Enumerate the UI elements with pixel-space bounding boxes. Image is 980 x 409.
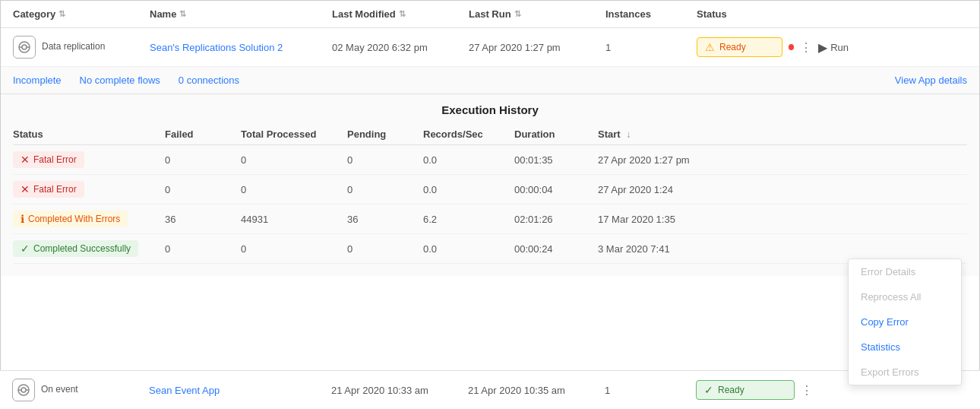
row1-name-link[interactable]: Sean's Replications Solution 2 (150, 42, 283, 53)
run-button[interactable]: ▶ Run (818, 40, 849, 55)
status-badge-fatal-2: ✕ Fatal Error (13, 181, 84, 198)
exec-row3-pending: 36 (347, 214, 423, 225)
exec-col-header-pending: Pending (347, 128, 423, 140)
exec-col-header-failed: Failed (165, 128, 241, 140)
category-icon-2 (12, 379, 35, 401)
context-menu-item-error-details: Error Details (849, 259, 961, 284)
exec-col-header-rps: Records/Sec (423, 128, 514, 140)
row2-category-label: On event (41, 384, 78, 396)
row2-lastmod: 21 Apr 2020 10:33 am (331, 385, 428, 396)
sort-icon-lastrun[interactable]: ⇅ (514, 9, 521, 19)
sort-down-icon[interactable]: ↓ (626, 129, 631, 140)
row1-more-button[interactable]: ⋮ (800, 40, 812, 55)
exec-table-row: ✓ Completed Successfully 0 0 0 0.0 00:00… (13, 234, 967, 264)
col-header-name: Name ⇅ (150, 8, 332, 20)
category-label: Data replication (42, 41, 105, 53)
sort-icon-category[interactable]: ⇅ (58, 9, 65, 19)
exec-table-row: ℹ Completed With Errors 36 44931 36 6.2 … (13, 204, 967, 234)
exec-row4-duration: 00:00:24 (514, 243, 598, 255)
exec-row4-start: 3 Mar 2020 7:41 (598, 243, 750, 255)
status-badge-fatal-1: ✕ Fatal Error (13, 151, 84, 168)
row1-instances: 1 (605, 42, 611, 53)
exec-col-header-status: Status (13, 128, 165, 140)
row2-lastrun: 21 Apr 2020 10:35 am (468, 385, 565, 396)
exec-table-row: ✕ Fatal Error 0 0 0 0.0 00:00:04 27 Apr … (13, 175, 967, 204)
status-badge-success: ✓ Completed Successfully (13, 240, 138, 257)
context-menu-item-statistics[interactable]: Statistics (849, 334, 961, 360)
exec-row1-rps: 0.0 (423, 154, 514, 166)
exec-col-header-start: Start ↓ (598, 128, 750, 140)
exec-row3-rps: 6.2 (423, 214, 514, 225)
table-row-1: Data replication Sean's Replications Sol… (1, 28, 979, 67)
row2-instances: 1 (605, 385, 610, 396)
exec-row4-rps: 0.0 (423, 243, 514, 255)
exec-row3-duration: 02:01:26 (514, 214, 598, 225)
tabs-row: Incomplete No complete flows 0 connectio… (1, 67, 979, 94)
exec-col-header-total: Total Processed (241, 128, 347, 140)
exec-row1-pending: 0 (347, 154, 423, 166)
exec-row4-pending: 0 (347, 243, 423, 255)
exec-row3-total: 44931 (241, 214, 347, 225)
exec-row1-duration: 00:01:35 (514, 154, 598, 166)
table-row-2: On event Sean Event App 21 Apr 2020 10:3… (0, 370, 980, 409)
exec-row4-failed: 0 (165, 243, 241, 255)
check-icon: ✓ (704, 384, 713, 396)
exec-history-title: Execution History (13, 94, 967, 124)
row1-lastrun: 27 Apr 2020 1:27 pm (469, 42, 561, 53)
exec-table-row: ✕ Fatal Error 0 0 0 0.0 00:01:35 27 Apr … (13, 145, 967, 175)
exec-row1-start: 27 Apr 2020 1:27 pm (598, 154, 750, 166)
exec-row2-rps: 0.0 (423, 184, 514, 195)
exec-row3-start: 17 Mar 2020 1:35 (598, 214, 750, 225)
col-header-status: Status (697, 8, 849, 20)
status-dot (789, 44, 794, 50)
col-header-category: Category ⇅ (13, 8, 150, 20)
exec-row3-failed: 36 (165, 214, 241, 225)
exec-col-header-duration: Duration (514, 128, 598, 140)
status-badge-ready: ⚠ Ready (697, 37, 782, 57)
sort-icon-name[interactable]: ⇅ (179, 9, 186, 19)
view-app-link[interactable]: View App details (895, 75, 967, 86)
tab-incomplete[interactable]: Incomplete (13, 73, 62, 87)
row1-lastmod: 02 May 2020 6:32 pm (332, 42, 428, 53)
warning-badge-icon: ℹ (21, 213, 24, 225)
status-badge-ready-green: ✓ Ready (696, 380, 795, 400)
tab-connections[interactable]: 0 connections (179, 73, 239, 87)
fatal-icon-1: ✕ (21, 154, 30, 166)
tab-no-complete[interactable]: No complete flows (80, 73, 160, 87)
exec-row1-total: 0 (241, 154, 347, 166)
col-header-lastmod: Last Modified ⇅ (332, 8, 469, 20)
exec-row2-start: 27 Apr 2020 1:24 (598, 184, 750, 195)
exec-row4-total: 0 (241, 243, 347, 255)
status-badge-errors: ℹ Completed With Errors (13, 211, 128, 227)
exec-row2-failed: 0 (165, 184, 241, 195)
sort-icon-lastmod[interactable]: ⇅ (399, 9, 406, 19)
exec-table-header: Status Failed Total Processed Pending Re… (13, 124, 967, 145)
exec-row2-duration: 00:00:04 (514, 184, 598, 195)
exec-row2-pending: 0 (347, 184, 423, 195)
fatal-icon-2: ✕ (21, 183, 30, 195)
row2-more-button[interactable]: ⋮ (801, 383, 813, 398)
context-menu-item-copy-error[interactable]: Copy Error (849, 309, 961, 334)
svg-point-5 (21, 388, 26, 392)
context-menu-item-export-errors: Export Errors (849, 360, 961, 385)
context-menu-item-reprocess: Reprocess All (849, 284, 961, 309)
exec-row1-failed: 0 (165, 154, 241, 166)
svg-point-1 (22, 45, 27, 49)
context-menu: Error Details Reprocess All Copy Error S… (848, 258, 962, 385)
row2-name-link[interactable]: Sean Event App (149, 385, 220, 396)
col-header-lastrun: Last Run ⇅ (469, 8, 605, 20)
table-header: Category ⇅ Name ⇅ Last Modified ⇅ Last R… (1, 1, 979, 28)
category-icon (13, 36, 36, 59)
run-icon: ▶ (818, 40, 827, 55)
success-badge-icon: ✓ (21, 243, 30, 255)
exec-row2-total: 0 (241, 184, 347, 195)
col-header-instances: Instances (605, 8, 697, 20)
warning-icon: ⚠ (705, 41, 715, 53)
exec-history-section: Execution History Status Failed Total Pr… (1, 94, 979, 276)
